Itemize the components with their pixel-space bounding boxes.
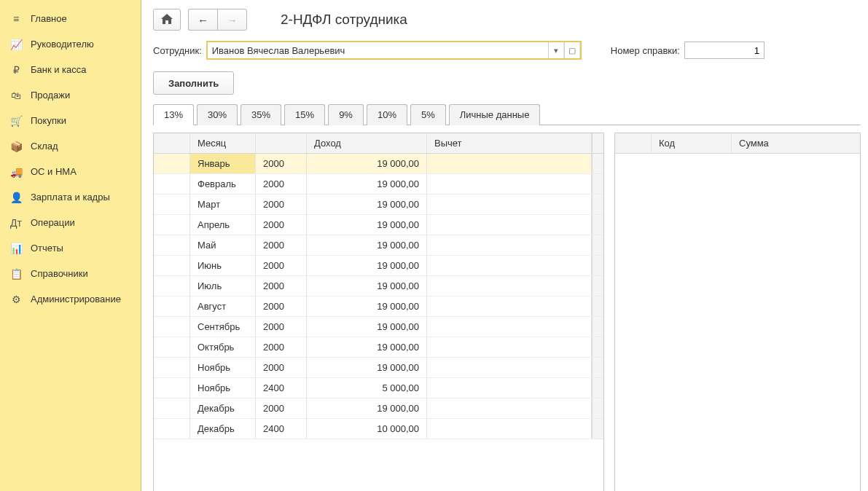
main-area: ← → 2-НДФЛ сотрудника Сотрудник: ▾ ▢ Ном… [141,0,868,491]
arrow-right-icon: → [227,14,238,26]
row-code: 2000 [256,235,307,255]
table-row[interactable]: Январь200019 000,00 [154,154,603,174]
tab-13pct[interactable]: 13% [153,104,194,125]
table-row[interactable]: Октябрь200019 000,00 [154,337,603,358]
row-month: Май [190,235,256,255]
row-amount: 19 000,00 [307,317,427,337]
table-row[interactable]: Сентябрь200019 000,00 [154,317,603,337]
sidebar-item-label: Операции [31,217,75,228]
row-month: Ноябрь [190,358,256,377]
row-code: 2400 [256,378,307,398]
truck-icon: 🚚 [9,166,23,178]
sidebar-item-5[interactable]: 📦Склад [0,133,141,159]
row-blank [154,256,190,275]
nav-buttons: ← → [188,9,247,31]
row-month: Апрель [190,215,256,235]
sidebar-item-10[interactable]: 📋Справочники [0,261,141,286]
tab-15pct[interactable]: 15% [284,104,325,125]
scrollbar-space [592,195,603,214]
tab-Личные-данные[interactable]: Личные данные [449,104,541,125]
bars-icon: 📊 [9,243,23,254]
row-amount: 10 000,00 [307,419,427,439]
row-deduction [427,358,592,377]
sidebar-item-label: Главное [31,13,67,24]
table-row[interactable]: Декабрь200019 000,00 [154,398,603,419]
chevron-down-icon: ▾ [554,46,558,55]
row-deduction [427,317,592,337]
sidebar-item-8[interactable]: ДтОперации [0,210,141,235]
sidebar-item-0[interactable]: ≡Главное [0,6,141,31]
sidebar-item-9[interactable]: 📊Отчеты [0,235,141,261]
table-row[interactable]: Декабрь240010 000,00 [154,419,603,439]
header-month[interactable]: Месяц [190,133,256,153]
scrollbar-space [592,358,603,377]
home-button[interactable] [153,9,181,31]
tab-35pct[interactable]: 35% [241,104,281,125]
table-row[interactable]: Май200019 000,00 [154,235,603,256]
money-icon: ₽ [9,64,23,76]
dropdown-button[interactable]: ▾ [548,42,564,58]
scrollbar-space [592,276,603,296]
table-row[interactable]: Август200019 000,00 [154,296,603,317]
sidebar-item-6[interactable]: 🚚ОС и НМА [0,159,141,184]
row-blank [154,174,190,194]
reference-label: Номер справки: [611,45,680,56]
row-blank [154,195,190,214]
tab-5pct[interactable]: 5% [410,104,446,125]
scrollbar-space [592,398,603,418]
tab-10pct[interactable]: 10% [367,104,407,125]
book-icon: 📋 [9,268,23,280]
arrow-left-icon: ← [198,14,208,26]
sidebar-item-1[interactable]: 📈Руководителю [0,31,141,57]
forward-button[interactable]: → [217,9,247,31]
header-sum[interactable]: Сумма [732,133,860,153]
row-code: 2000 [256,215,307,235]
table-row[interactable]: Ноябрь200019 000,00 [154,358,603,378]
employee-input[interactable] [208,42,548,58]
sidebar-item-11[interactable]: ⚙Администрирование [0,286,141,312]
row-month: Октябрь [190,337,256,357]
sidebar-item-7[interactable]: 👤Зарплата и кадры [0,184,141,210]
header-income-code [256,133,307,153]
table-row[interactable]: Февраль200019 000,00 [154,174,603,195]
home-icon [161,14,173,26]
table-row[interactable]: Ноябрь24005 000,00 [154,378,603,398]
row-month: Июнь [190,256,256,275]
row-deduction [427,378,592,398]
fill-button[interactable]: Заполнить [153,71,234,95]
income-grid: Месяц Доход Вычет Январь200019 000,00Фев… [153,133,604,491]
row-blank [154,358,190,377]
row-deduction [427,174,592,194]
row-amount: 19 000,00 [307,337,427,357]
scrollbar-track[interactable] [592,133,603,153]
header-code[interactable]: Код [652,133,732,153]
row-deduction [427,276,592,296]
row-blank [154,337,190,357]
income-grid-body: Январь200019 000,00Февраль200019 000,00М… [154,154,603,491]
row-amount: 19 000,00 [307,174,427,194]
sidebar-item-4[interactable]: 🛒Покупки [0,108,141,133]
row-code: 2000 [256,358,307,377]
income-grid-header: Месяц Доход Вычет [154,133,603,154]
sidebar-item-3[interactable]: 🛍Продажи [0,82,141,108]
row-month: Август [190,296,256,316]
tab-30pct[interactable]: 30% [197,104,238,125]
tabs: 13%30%35%15%9%10%5%Личные данные [153,103,861,125]
row-code: 2000 [256,398,307,418]
tab-9pct[interactable]: 9% [328,104,364,125]
table-row[interactable]: Март200019 000,00 [154,195,603,215]
row-month: Декабрь [190,398,256,418]
table-row[interactable]: Июль200019 000,00 [154,276,603,296]
header-deduction[interactable]: Вычет [427,133,592,153]
row-month: Март [190,195,256,214]
table-row[interactable]: Июнь200019 000,00 [154,256,603,276]
sidebar: ≡Главное📈Руководителю₽Банк и касса🛍Прода… [0,0,141,491]
header-income[interactable]: Доход [307,133,427,153]
sidebar-item-2[interactable]: ₽Банк и касса [0,57,141,82]
back-button[interactable]: ← [188,9,217,31]
row-deduction [427,256,592,275]
open-dialog-button[interactable]: ▢ [564,42,580,58]
cart-icon: 🛒 [9,115,23,127]
table-row[interactable]: Апрель200019 000,00 [154,215,603,235]
reference-input[interactable] [684,42,765,59]
